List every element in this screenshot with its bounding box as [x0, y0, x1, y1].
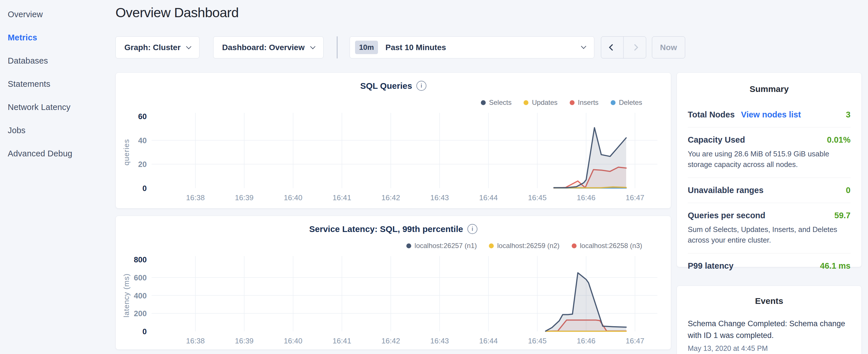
summary-row: P99 latency46.1 ms	[688, 261, 850, 271]
controls-divider	[337, 36, 338, 58]
legend-dot-icon	[570, 100, 575, 105]
event-message: Schema Change Completed: Schema change w…	[688, 318, 850, 342]
y-axis-label: queries	[122, 139, 131, 165]
summary-panel: Summary Total NodesView nodes list3Capac…	[677, 72, 862, 267]
time-step-forward-button[interactable]	[623, 37, 646, 58]
legend-label: Inserts	[578, 99, 599, 106]
chart-title: Service Latency: SQL, 99th percentile	[309, 224, 463, 234]
legend-item[interactable]: localhost:26259 (n2)	[489, 242, 559, 250]
sidebar-item-metrics[interactable]: Metrics	[0, 26, 115, 49]
summary-row: Queries per second59.7Sum of Selects, Up…	[688, 211, 850, 246]
y-tick-label: 0	[143, 327, 147, 336]
legend-item[interactable]: localhost:26258 (n3)	[572, 242, 642, 250]
chart-title: SQL Queries	[360, 81, 412, 91]
legend-item[interactable]: Updates	[524, 99, 557, 106]
dashboard-dropdown[interactable]: Dashboard: Overview	[213, 36, 323, 58]
summary-row: Total NodesView nodes list3	[688, 110, 850, 120]
legend-item[interactable]: localhost:26257 (n1)	[406, 242, 477, 250]
info-icon[interactable]: i	[467, 224, 477, 234]
legend-item[interactable]: Inserts	[570, 99, 599, 106]
events-panel: Events Schema Change Completed: Schema c…	[677, 286, 862, 354]
summary-value: 46.1 ms	[820, 261, 850, 271]
x-tick-label: 16:47	[626, 193, 644, 202]
y-tick-label: 0	[143, 184, 147, 193]
sidebar-item-statements[interactable]: Statements	[0, 72, 115, 96]
graph-scope-dropdown[interactable]: Graph: Cluster	[116, 36, 199, 58]
legend-item[interactable]: Selects	[481, 99, 512, 106]
y-tick-label: 400	[134, 292, 147, 300]
sidebar: OverviewMetricsDatabasesStatementsNetwor…	[0, 0, 115, 165]
x-tick-label: 16:40	[284, 336, 302, 345]
info-icon[interactable]: i	[416, 81, 426, 91]
time-range-label: Past 10 Minutes	[385, 43, 446, 52]
summary-row-head: Capacity Used0.01%	[688, 135, 850, 144]
y-tick-label: 40	[138, 136, 147, 145]
legend-label: localhost:26258 (n3)	[580, 242, 642, 250]
y-tick-label: 60	[138, 112, 147, 121]
summary-value: 59.7	[834, 211, 850, 220]
legend-dot-icon	[524, 100, 528, 105]
summary-value: 0.01%	[827, 135, 850, 144]
summary-row-head: Total NodesView nodes list3	[688, 110, 850, 120]
x-tick-label: 16:42	[381, 193, 400, 202]
legend-dot-icon	[611, 100, 616, 105]
summary-description: Sum of Selects, Updates, Inserts, and De…	[688, 224, 842, 246]
legend-label: Deletes	[619, 99, 642, 106]
y-tick-label: 20	[138, 160, 147, 169]
sidebar-item-network-latency[interactable]: Network Latency	[0, 96, 115, 119]
summary-row-head: Queries per second59.7	[688, 211, 850, 220]
summary-row-head: Unavailable ranges0	[688, 186, 850, 195]
summary-value: 3	[846, 110, 850, 120]
sidebar-item-databases[interactable]: Databases	[0, 49, 115, 72]
x-tick-label: 16:47	[626, 336, 644, 345]
time-range-picker[interactable]: 10m Past 10 Minutes	[350, 36, 594, 58]
x-tick-label: 16:46	[577, 193, 595, 202]
x-tick-label: 16:45	[528, 193, 547, 202]
summary-label: Unavailable ranges	[688, 186, 764, 195]
x-tick-label: 16:39	[235, 193, 254, 202]
dashboard-label: Dashboard: Overview	[222, 43, 305, 52]
chevron-down-icon	[310, 44, 315, 49]
legend-label: localhost:26259 (n2)	[497, 242, 559, 250]
x-tick-label: 16:38	[186, 336, 205, 345]
summary-row-head: P99 latency46.1 ms	[688, 261, 850, 271]
x-tick-label: 16:42	[381, 336, 400, 345]
sidebar-item-advanced-debug[interactable]: Advanced Debug	[0, 142, 115, 165]
summary-divider	[688, 178, 850, 178]
summary-label: P99 latency	[688, 261, 734, 271]
time-step-back-button[interactable]	[601, 37, 624, 58]
summary-row: Capacity Used0.01%You are using 28.6 MiB…	[688, 135, 850, 170]
graph-scope-label: Graph: Cluster	[124, 43, 181, 52]
summary-description: You are using 28.6 MiB of 515.9 GiB usab…	[688, 149, 842, 170]
service-latency-chart-card: Service Latency: SQL, 99th percentile i …	[116, 216, 671, 350]
page-title: Overview Dashboard	[116, 5, 239, 20]
sidebar-item-jobs[interactable]: Jobs	[0, 119, 115, 142]
sql-queries-chart-card: SQL Queries i SelectsUpdatesInsertsDelet…	[116, 72, 671, 208]
x-tick-label: 16:39	[235, 336, 254, 345]
chevron-down-icon	[581, 43, 586, 49]
legend-dot-icon	[572, 244, 577, 248]
legend-label: localhost:26257 (n1)	[415, 242, 477, 250]
summary-label: Queries per second	[688, 211, 766, 220]
service-latency-plot: 020040060080016:3816:3916:4016:4116:4216…	[116, 253, 672, 351]
legend-label: Updates	[532, 99, 557, 106]
y-tick-label: 200	[134, 309, 147, 318]
legend-dot-icon	[481, 100, 486, 105]
summary-label: Total Nodes	[688, 110, 735, 120]
x-tick-label: 16:41	[333, 193, 351, 202]
legend-item[interactable]: Deletes	[611, 99, 642, 106]
controls-bar: Graph: Cluster Dashboard: Overview 10m P…	[116, 36, 685, 58]
x-tick-label: 16:41	[333, 336, 351, 345]
x-tick-label: 16:46	[577, 336, 595, 345]
x-tick-label: 16:44	[479, 336, 498, 345]
events-title: Events	[688, 296, 850, 306]
event-timestamp: May 13, 2020 at 4:45 PM	[688, 344, 850, 353]
view-nodes-link[interactable]: View nodes list	[741, 110, 801, 120]
chart-legend: localhost:26257 (n1)localhost:26259 (n2)…	[406, 242, 642, 250]
chevron-right-icon	[631, 44, 638, 51]
x-tick-label: 16:45	[528, 336, 547, 345]
chevron-left-icon	[609, 44, 616, 51]
y-axis-label: latency (ms)	[122, 273, 131, 318]
now-button[interactable]: Now	[652, 36, 685, 58]
sidebar-item-overview[interactable]: Overview	[0, 3, 115, 26]
